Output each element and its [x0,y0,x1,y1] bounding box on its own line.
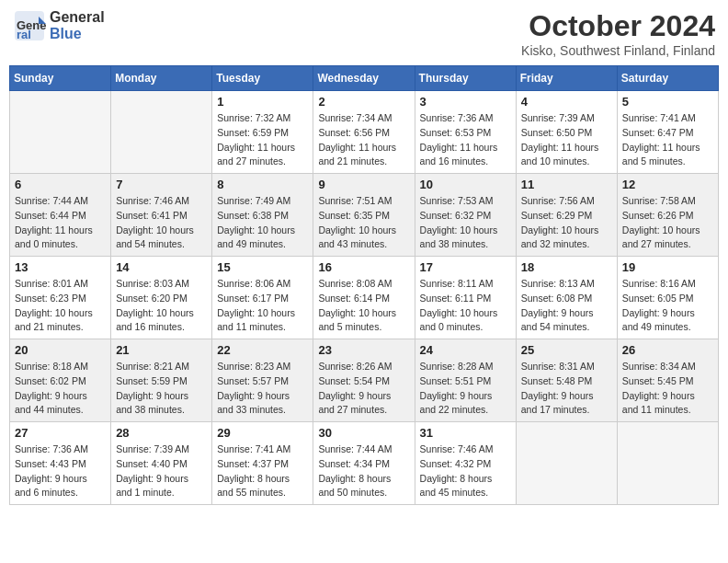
day-number: 23 [318,343,409,357]
title-block: October 2024 Kisko, Southwest Finland, F… [521,9,715,58]
weekday-header: Wednesday [313,66,415,91]
day-info: Sunrise: 8:16 AMSunset: 6:05 PMDaylight:… [622,277,713,335]
day-info: Sunrise: 7:53 AMSunset: 6:32 PMDaylight:… [420,194,511,252]
day-info: Sunrise: 7:46 AMSunset: 6:41 PMDaylight:… [116,194,207,252]
weekday-header: Tuesday [212,66,313,91]
calendar-week-row: 13Sunrise: 8:01 AMSunset: 6:23 PMDayligh… [10,257,719,339]
weekday-header: Sunday [10,66,111,91]
calendar-cell [111,91,212,174]
calendar-cell: 12Sunrise: 7:58 AMSunset: 6:26 PMDayligh… [617,174,718,257]
day-info: Sunrise: 8:06 AMSunset: 6:17 PMDaylight:… [217,277,308,335]
calendar-cell: 9Sunrise: 7:51 AMSunset: 6:35 PMDaylight… [313,174,415,257]
day-number: 13 [15,260,106,274]
logo-icon: Gene ral [13,9,46,42]
day-info: Sunrise: 8:18 AMSunset: 6:02 PMDaylight:… [15,360,106,418]
calendar-header-row: SundayMondayTuesdayWednesdayThursdayFrid… [10,66,719,91]
day-info: Sunrise: 8:03 AMSunset: 6:20 PMDaylight:… [116,277,207,335]
calendar-cell: 4Sunrise: 7:39 AMSunset: 6:50 PMDaylight… [516,91,617,174]
location-title: Kisko, Southwest Finland, Finland [521,43,715,58]
calendar-cell: 22Sunrise: 8:23 AMSunset: 5:57 PMDayligh… [212,339,313,422]
day-info: Sunrise: 8:26 AMSunset: 5:54 PMDaylight:… [318,360,409,418]
day-number: 18 [521,260,612,274]
day-info: Sunrise: 7:36 AMSunset: 6:53 PMDaylight:… [420,111,511,169]
month-title: October 2024 [521,9,715,43]
day-info: Sunrise: 8:31 AMSunset: 5:48 PMDaylight:… [521,360,612,418]
calendar-cell: 8Sunrise: 7:49 AMSunset: 6:38 PMDaylight… [212,174,313,257]
day-number: 21 [116,343,207,357]
day-info: Sunrise: 7:46 AMSunset: 4:32 PMDaylight:… [420,442,511,500]
calendar-cell: 27Sunrise: 7:36 AMSunset: 4:43 PMDayligh… [10,422,111,505]
calendar-week-row: 6Sunrise: 7:44 AMSunset: 6:44 PMDaylight… [10,174,719,257]
day-info: Sunrise: 7:49 AMSunset: 6:38 PMDaylight:… [217,194,308,252]
calendar-cell: 11Sunrise: 7:56 AMSunset: 6:29 PMDayligh… [516,174,617,257]
logo-line2: Blue [50,26,105,42]
day-number: 25 [521,343,612,357]
calendar-cell: 18Sunrise: 8:13 AMSunset: 6:08 PMDayligh… [516,257,617,339]
day-number: 14 [116,260,207,274]
calendar-cell [10,91,111,174]
weekday-header: Thursday [415,66,516,91]
day-number: 2 [318,95,409,109]
day-info: Sunrise: 7:34 AMSunset: 6:56 PMDaylight:… [318,111,409,169]
calendar-cell: 1Sunrise: 7:32 AMSunset: 6:59 PMDaylight… [212,91,313,174]
day-number: 9 [318,178,409,191]
calendar-cell: 19Sunrise: 8:16 AMSunset: 6:05 PMDayligh… [617,257,718,339]
calendar-cell: 17Sunrise: 8:11 AMSunset: 6:11 PMDayligh… [415,257,516,339]
day-info: Sunrise: 8:21 AMSunset: 5:59 PMDaylight:… [116,360,207,418]
weekday-header: Saturday [617,66,718,91]
day-info: Sunrise: 7:39 AMSunset: 6:50 PMDaylight:… [521,111,612,169]
day-info: Sunrise: 8:01 AMSunset: 6:23 PMDaylight:… [15,277,106,335]
day-info: Sunrise: 7:44 AMSunset: 6:44 PMDaylight:… [15,194,106,252]
calendar-cell [516,422,617,505]
calendar-cell: 14Sunrise: 8:03 AMSunset: 6:20 PMDayligh… [111,257,212,339]
day-number: 5 [622,95,713,109]
day-number: 27 [15,426,106,440]
calendar-cell [617,422,718,505]
day-info: Sunrise: 7:56 AMSunset: 6:29 PMDaylight:… [521,194,612,252]
day-number: 22 [217,343,308,357]
day-info: Sunrise: 7:39 AMSunset: 4:40 PMDaylight:… [116,442,207,500]
day-number: 10 [420,178,511,191]
day-number: 29 [217,426,308,440]
day-number: 20 [15,343,106,357]
day-number: 11 [521,178,612,191]
day-number: 7 [116,178,207,191]
day-number: 26 [622,343,713,357]
calendar-week-row: 1Sunrise: 7:32 AMSunset: 6:59 PMDaylight… [10,91,719,174]
calendar-cell: 28Sunrise: 7:39 AMSunset: 4:40 PMDayligh… [111,422,212,505]
calendar-cell: 13Sunrise: 8:01 AMSunset: 6:23 PMDayligh… [10,257,111,339]
calendar-week-row: 20Sunrise: 8:18 AMSunset: 6:02 PMDayligh… [10,339,719,422]
calendar-cell: 21Sunrise: 8:21 AMSunset: 5:59 PMDayligh… [111,339,212,422]
calendar-cell: 25Sunrise: 8:31 AMSunset: 5:48 PMDayligh… [516,339,617,422]
day-number: 15 [217,260,308,274]
day-number: 1 [217,95,308,109]
day-number: 12 [622,178,713,191]
calendar-cell: 24Sunrise: 8:28 AMSunset: 5:51 PMDayligh… [415,339,516,422]
day-number: 19 [622,260,713,274]
day-info: Sunrise: 7:51 AMSunset: 6:35 PMDaylight:… [318,194,409,252]
calendar-cell: 23Sunrise: 8:26 AMSunset: 5:54 PMDayligh… [313,339,415,422]
calendar-cell: 20Sunrise: 8:18 AMSunset: 6:02 PMDayligh… [10,339,111,422]
calendar-cell: 30Sunrise: 7:44 AMSunset: 4:34 PMDayligh… [313,422,415,505]
page-header: Gene ral General Blue October 2024 Kisko… [9,9,719,58]
calendar-cell: 10Sunrise: 7:53 AMSunset: 6:32 PMDayligh… [415,174,516,257]
day-info: Sunrise: 7:41 AMSunset: 4:37 PMDaylight:… [217,442,308,500]
calendar-cell: 26Sunrise: 8:34 AMSunset: 5:45 PMDayligh… [617,339,718,422]
day-info: Sunrise: 8:11 AMSunset: 6:11 PMDaylight:… [420,277,511,335]
day-number: 6 [15,178,106,191]
day-info: Sunrise: 7:58 AMSunset: 6:26 PMDaylight:… [622,194,713,252]
calendar-cell: 15Sunrise: 8:06 AMSunset: 6:17 PMDayligh… [212,257,313,339]
day-info: Sunrise: 7:44 AMSunset: 4:34 PMDaylight:… [318,442,409,500]
day-number: 4 [521,95,612,109]
calendar-cell: 16Sunrise: 8:08 AMSunset: 6:14 PMDayligh… [313,257,415,339]
logo: Gene ral General Blue [13,9,105,42]
logo-line1: General [50,9,105,26]
weekday-header: Monday [111,66,212,91]
calendar-cell: 31Sunrise: 7:46 AMSunset: 4:32 PMDayligh… [415,422,516,505]
day-number: 17 [420,260,511,274]
calendar-cell: 5Sunrise: 7:41 AMSunset: 6:47 PMDaylight… [617,91,718,174]
calendar-cell: 7Sunrise: 7:46 AMSunset: 6:41 PMDaylight… [111,174,212,257]
calendar-week-row: 27Sunrise: 7:36 AMSunset: 4:43 PMDayligh… [10,422,719,505]
day-number: 3 [420,95,511,109]
day-number: 16 [318,260,409,274]
